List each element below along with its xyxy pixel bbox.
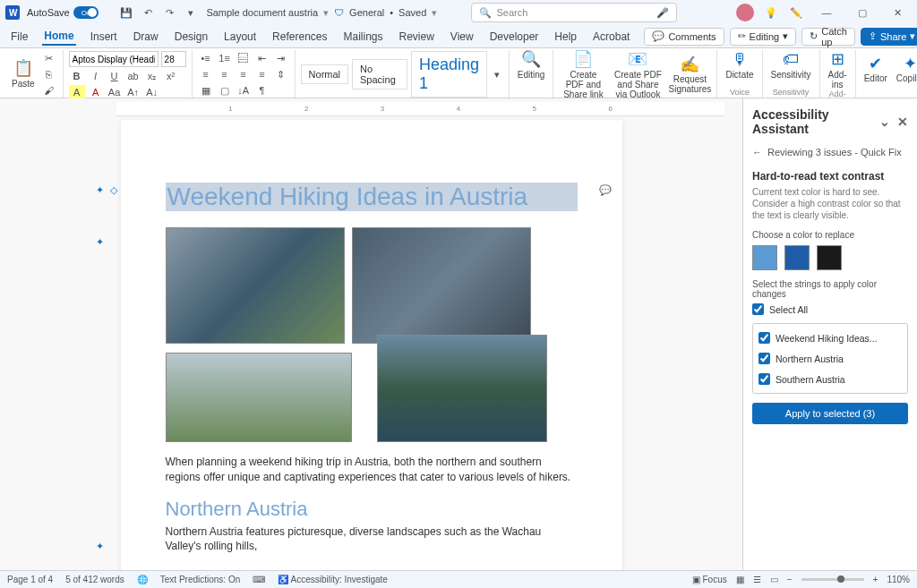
zoom-in-button[interactable]: +: [873, 575, 878, 584]
close-button[interactable]: ✕: [885, 4, 912, 21]
page-indicator[interactable]: Page 1 of 4: [7, 575, 53, 584]
superscript-button[interactable]: x²: [163, 69, 179, 83]
save-icon[interactable]: 💾: [118, 4, 134, 21]
tab-draw[interactable]: Draw: [132, 29, 160, 45]
select-all-checkbox[interactable]: Select All: [752, 299, 908, 320]
subscript-button[interactable]: x₂: [144, 69, 160, 83]
align-center-icon[interactable]: ≡: [217, 67, 233, 81]
accessibility-status[interactable]: ♿ Accessibility: Investigate: [278, 575, 388, 584]
back-arrow-icon[interactable]: ←: [752, 147, 762, 158]
shrink-font-button[interactable]: A↓: [144, 85, 160, 99]
editor-button[interactable]: ✔Editor: [861, 55, 890, 84]
tab-file[interactable]: File: [9, 29, 30, 45]
decrease-indent-icon[interactable]: ⇤: [254, 51, 270, 65]
editing-button[interactable]: 🔍Editing: [515, 51, 548, 80]
tab-review[interactable]: Review: [398, 29, 436, 45]
apply-button[interactable]: Apply to selected (3): [752, 403, 908, 424]
document-heading-northern[interactable]: Northern Austria: [166, 498, 578, 521]
insert-mode-icon[interactable]: ⌨: [253, 575, 265, 584]
comments-button[interactable]: 💬 Comments: [644, 28, 724, 46]
lightbulb-icon[interactable]: 💡: [763, 4, 779, 21]
copy-icon[interactable]: ⎘: [41, 67, 57, 81]
focus-mode-button[interactable]: ▣ Focus: [692, 575, 727, 584]
style-normal[interactable]: Normal: [301, 64, 348, 84]
nav-marker-icon[interactable]: ✦: [96, 184, 108, 197]
change-case-button[interactable]: Aa: [107, 85, 123, 99]
tab-view[interactable]: View: [449, 29, 476, 45]
show-marks-icon[interactable]: ¶: [254, 83, 270, 98]
copilot-button[interactable]: ✦Copilot: [894, 55, 917, 84]
tab-home[interactable]: Home: [42, 28, 75, 46]
dictate-button[interactable]: 🎙Dictate: [723, 51, 756, 80]
multilevel-icon[interactable]: ⿳: [236, 51, 252, 65]
numbering-icon[interactable]: 1≡: [217, 51, 233, 65]
format-painter-icon[interactable]: 🖌: [41, 83, 57, 98]
hiking-image-3[interactable]: [166, 353, 352, 442]
string-checkbox[interactable]: Southern Austria: [758, 369, 902, 389]
page[interactable]: 💬 ✦ ◇ ✦ ✦ Weekend Hiking Ideas in Austri…: [121, 120, 622, 570]
color-swatch-black[interactable]: [817, 245, 842, 270]
line-spacing-icon[interactable]: ⇕: [273, 67, 289, 81]
user-avatar[interactable]: [736, 4, 754, 21]
nav-marker-icon[interactable]: ✦: [96, 541, 108, 553]
view-web-icon[interactable]: ☰: [753, 575, 761, 584]
bullets-icon[interactable]: •≡: [198, 51, 214, 65]
bold-button[interactable]: B: [69, 69, 85, 83]
tab-developer[interactable]: Developer: [488, 29, 541, 45]
document-name[interactable]: Sample document austria ▾ 🛡 General • Sa…: [206, 7, 437, 19]
underline-button[interactable]: U: [107, 69, 123, 83]
request-signatures-button[interactable]: ✍Request Signatures: [668, 56, 711, 95]
align-left-icon[interactable]: ≡: [198, 67, 214, 81]
hiking-image-4[interactable]: [377, 335, 547, 442]
horizontal-ruler[interactable]: 123456: [116, 102, 724, 116]
tab-help[interactable]: Help: [553, 29, 578, 45]
document-title[interactable]: Weekend Hiking Ideas in Austria: [166, 183, 578, 211]
italic-button[interactable]: I: [88, 69, 104, 83]
comment-bubble-icon[interactable]: 💬: [599, 184, 612, 197]
align-right-icon[interactable]: ≡: [236, 67, 252, 81]
language-icon[interactable]: 🌐: [137, 575, 148, 584]
pane-breadcrumb[interactable]: ← Reviewing 3 issues - Quick Fix: [752, 147, 908, 158]
autosave-toggle[interactable]: AutoSave On: [27, 6, 111, 19]
paragraph-marker-icon[interactable]: ◇: [110, 184, 123, 197]
undo-icon[interactable]: ↶: [140, 4, 156, 21]
hiking-image-1[interactable]: [166, 227, 345, 344]
color-swatch-light-blue[interactable]: [752, 245, 777, 270]
document-paragraph[interactable]: When planning a weekend hiking trip in A…: [166, 455, 578, 485]
search-input[interactable]: 🔍 Search 🎤: [471, 3, 677, 22]
chevron-down-icon[interactable]: ⌄: [879, 115, 890, 129]
document-canvas[interactable]: 123456 💬 ✦ ◇ ✦ ✦ Weekend Hiking Ideas in…: [0, 98, 742, 570]
maximize-button[interactable]: ▢: [849, 4, 876, 21]
color-swatch-dark-blue[interactable]: [784, 245, 810, 270]
increase-indent-icon[interactable]: ⇥: [273, 51, 289, 65]
word-count[interactable]: 5 of 412 words: [65, 575, 124, 584]
view-read-icon[interactable]: ▭: [770, 575, 778, 584]
highlight-button[interactable]: A: [69, 85, 85, 99]
editing-mode-button[interactable]: ✏ Editing ▾: [730, 28, 797, 46]
tab-mailings[interactable]: Mailings: [341, 29, 384, 45]
tab-layout[interactable]: Layout: [222, 29, 258, 45]
addins-button[interactable]: ⊞Add-ins: [826, 51, 850, 89]
zoom-out-button[interactable]: −: [787, 575, 793, 584]
font-name-select[interactable]: [69, 51, 159, 67]
font-color-button[interactable]: A: [88, 85, 104, 99]
cut-icon[interactable]: ✂: [41, 51, 57, 65]
sensitivity-button[interactable]: 🏷Sensitivity: [768, 51, 814, 80]
borders-icon[interactable]: ▢: [217, 83, 233, 98]
tab-insert[interactable]: Insert: [89, 29, 119, 45]
minimize-button[interactable]: —: [813, 4, 840, 21]
zoom-level[interactable]: 110%: [887, 575, 910, 584]
document-paragraph[interactable]: Northern Austria features picturesque, d…: [166, 524, 578, 555]
styles-more-icon[interactable]: ▾: [491, 67, 503, 81]
create-pdf-button[interactable]: 📄Create PDF and Share link: [559, 51, 607, 99]
close-pane-icon[interactable]: ✕: [897, 115, 908, 129]
justify-icon[interactable]: ≡: [254, 67, 270, 81]
zoom-slider[interactable]: [801, 578, 864, 581]
create-pdf-outlook-button[interactable]: 📧Create PDF and Share via Outlook: [611, 51, 664, 99]
sort-icon[interactable]: ↓A: [236, 83, 252, 98]
grow-font-button[interactable]: A↑: [125, 85, 141, 99]
style-nospacing[interactable]: No Spacing: [352, 59, 407, 89]
string-checkbox[interactable]: Northern Austria: [758, 348, 902, 369]
strike-button[interactable]: ab: [125, 69, 141, 83]
text-predictions[interactable]: Text Predictions: On: [160, 575, 240, 584]
